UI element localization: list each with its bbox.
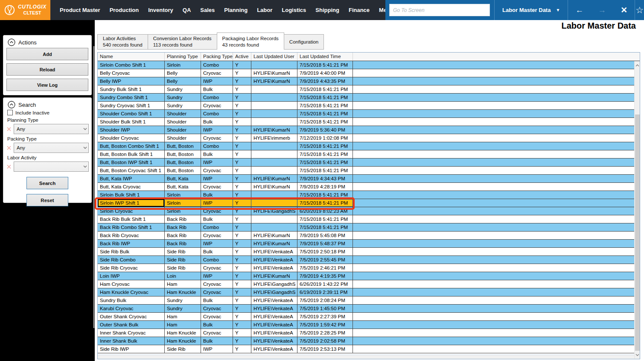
add-button[interactable]: Add bbox=[6, 48, 88, 60]
table-row[interactable]: Butt, Boston Bulk Shift 1Butt, BostonBul… bbox=[98, 150, 634, 158]
table-row[interactable]: Shoulder CryovacShoulderCryovacYHYLIFE\r… bbox=[98, 134, 634, 142]
tab-packaging-labor-records[interactable]: Packaging Labor Records43 records found bbox=[217, 32, 284, 50]
clear-filter-x-icon[interactable]: × bbox=[5, 144, 13, 151]
table-row[interactable]: Back Rib Bulk Shift 1Back RibBulkY7/15/2… bbox=[98, 215, 634, 223]
table-row[interactable]: Side Rib ComboSide RibComboYHYLIFE\Venka… bbox=[98, 256, 634, 264]
table-row[interactable]: Back Rib CryovacBack RibCryovacYHYLIFE\K… bbox=[98, 232, 634, 240]
table-row[interactable]: Sundry BulkSundryBulkYHYLIFE\VenkateA7/5… bbox=[98, 296, 634, 305]
table-row[interactable]: Butt, Kata IWPButt, KataIWPYHYLIFE\Kumar… bbox=[98, 175, 634, 183]
menu-item-labor[interactable]: Labor bbox=[252, 7, 277, 13]
table-row[interactable]: Ham Knuckle CryovacHam KnuckleCryovacYHY… bbox=[98, 288, 634, 296]
tab-conversion-labor-records[interactable]: Conversion Labor Records113 records foun… bbox=[148, 34, 217, 50]
collapse-chevron-up-icon[interactable] bbox=[8, 38, 15, 46]
menu-item-qa[interactable]: QA bbox=[178, 7, 196, 13]
table-row[interactable]: Sirloin Combo Shift 1SirloinComboY7/15/2… bbox=[98, 61, 634, 69]
table-cell: Cryovac bbox=[201, 207, 233, 215]
clear-filter-x-icon[interactable]: × bbox=[5, 126, 13, 132]
forward-arrow-icon[interactable]: → bbox=[591, 6, 613, 15]
table-row[interactable]: Loin IWPLoinIWPYHYLIFE\KumarN7/9/2019 4:… bbox=[98, 272, 634, 280]
clear-filter-x-icon[interactable]: × bbox=[5, 163, 13, 170]
reload-button[interactable]: Reload bbox=[6, 63, 88, 76]
column-header-name[interactable]: Name bbox=[98, 53, 165, 61]
column-header-packing-type[interactable]: Packing Type bbox=[201, 53, 233, 61]
table-row[interactable]: Shoulder IWPShoulderIWPYHYLIFE\KumarN7/9… bbox=[98, 126, 634, 134]
include-inactive-option[interactable]: Include Inactive bbox=[3, 109, 91, 116]
close-icon[interactable]: ✕ bbox=[613, 5, 635, 15]
menu-item-planning[interactable]: Planning bbox=[219, 7, 252, 13]
table-cell: Butt, Boston IWP Shift 1 bbox=[98, 158, 165, 166]
vertical-scrollbar-thumb[interactable] bbox=[635, 114, 640, 351]
menu-item-sales[interactable]: Sales bbox=[195, 7, 219, 13]
sidebar-scrollbar[interactable] bbox=[93, 46, 94, 328]
table-row[interactable]: Butt, Boston IWP Shift 1Butt, BostonIWPY… bbox=[98, 158, 634, 167]
scroll-up-icon[interactable] bbox=[635, 62, 640, 68]
menu-item-product-master[interactable]: Product Master bbox=[55, 7, 105, 13]
table-row[interactable]: Belly IWPBellyIWPYHYLIFE\KumarN7/9/2019 … bbox=[98, 77, 634, 85]
table-cell: Sundry bbox=[165, 94, 201, 101]
table-row[interactable]: Sundry Bulk Shift 1SundryBulkY7/15/2018 … bbox=[98, 85, 634, 94]
table-row[interactable]: Butt, Kata CryovacButt, KataCryovacYHYLI… bbox=[98, 183, 634, 191]
star-favorite-icon[interactable]: ☆ bbox=[635, 5, 644, 15]
table-row[interactable]: Shoulder Bulk Shift 1ShoulderBulkY7/15/2… bbox=[98, 118, 634, 126]
collapse-chevron-up-icon[interactable] bbox=[8, 101, 15, 109]
table-cell: Bulk bbox=[201, 337, 233, 345]
table-row[interactable]: Inner Shank CryovacHam KnuckleCryovacYHY… bbox=[98, 329, 634, 337]
table-row[interactable]: Outer Shank CryovacHamCryovacYHYLIFE\Ven… bbox=[98, 313, 634, 321]
actions-panel-header[interactable]: Actions bbox=[3, 35, 91, 48]
table-cell: 7/15/2018 5:41:21 PM bbox=[297, 167, 353, 174]
table-cell: Sundry Bulk bbox=[98, 296, 165, 304]
back-arrow-icon[interactable]: ← bbox=[568, 6, 591, 15]
reset-button[interactable]: Reset bbox=[26, 194, 68, 206]
table-row[interactable]: Inner Shank BulkHam KnuckleBulkYHYLIFE\V… bbox=[98, 337, 634, 345]
table-row[interactable]: Sundry Cryovac Shift 1SundryCryovacY7/15… bbox=[98, 102, 634, 110]
menu-item-logistics[interactable]: Logistics bbox=[277, 7, 311, 13]
table-cell: Y bbox=[233, 85, 251, 93]
table-row[interactable]: Sirloin CryovacSirloinCryovacYHYLIFE\Gan… bbox=[98, 207, 634, 215]
goto-screen-input[interactable] bbox=[389, 4, 490, 16]
table-row[interactable]: Back Rib IWPBack RibIWPYHYLIFE\KumarN7/9… bbox=[98, 240, 634, 248]
table-cell: Cryovac bbox=[201, 232, 233, 239]
table-row[interactable]: Sirloin IWP Shift 1SirloinIWPY7/15/2018 … bbox=[98, 199, 634, 207]
menu-item-shipping[interactable]: Shipping bbox=[311, 7, 344, 13]
table-row[interactable]: Belly CryovacBellyCryovacYHYLIFE\KumarN7… bbox=[98, 69, 634, 77]
packing-type-label: Packing Type bbox=[3, 135, 91, 143]
menu-item-inventory[interactable]: Inventory bbox=[143, 7, 178, 13]
planning-type-select[interactable]: Any bbox=[14, 124, 89, 134]
tab-labor-activities[interactable]: Labor Activities540 records found bbox=[97, 34, 148, 50]
table-row[interactable]: Side Rib BulkSide RibBulkYHYLIFE\Venkate… bbox=[98, 248, 634, 256]
table-row[interactable]: Ham CryovacHamCryovacYHYLIFE\GangadhS6/2… bbox=[98, 280, 634, 288]
view-log-button[interactable]: View Log bbox=[6, 79, 88, 91]
table-row[interactable]: Side Rib CryovacSide RibCryovacYHYLIFE\V… bbox=[98, 264, 634, 272]
table-row[interactable]: Side Rib IWPSide RibIWPYHYLIFE\VenkateA7… bbox=[98, 345, 634, 353]
packing-type-select[interactable]: Any bbox=[14, 143, 89, 153]
menu-item-finance[interactable]: Finance bbox=[344, 7, 374, 13]
tab-configuration[interactable]: Configuration bbox=[284, 34, 324, 50]
column-header-last-updated-time[interactable]: Last Updated Time bbox=[297, 53, 353, 61]
include-inactive-checkbox[interactable] bbox=[7, 110, 13, 115]
column-header-planning-type[interactable]: Planning Type bbox=[165, 53, 201, 61]
app-logo[interactable]: CUTLOGIX CLTEST bbox=[0, 0, 50, 20]
menu-item-production[interactable]: Production bbox=[105, 7, 144, 13]
labor-activity-select[interactable] bbox=[14, 161, 89, 172]
vertical-scrollbar[interactable] bbox=[634, 61, 640, 359]
table-row[interactable]: Sirloin Bulk Shift 1SirloinBulkY7/15/201… bbox=[98, 191, 634, 199]
table-row[interactable]: Shoulder Combo Shift 1ShoulderComboY7/15… bbox=[98, 110, 634, 118]
search-panel-header[interactable]: Search bbox=[3, 98, 91, 109]
table-cell: Back Rib bbox=[165, 240, 201, 247]
table-row[interactable]: Sundry Combo Shift 1SundryComboY7/15/201… bbox=[98, 94, 634, 102]
table-cell: 6/19/2019 2:39:11 PM bbox=[297, 288, 353, 296]
table-cell: Cryovac bbox=[201, 288, 233, 296]
search-button[interactable]: Search bbox=[26, 177, 68, 189]
screen-selector-dropdown[interactable]: Labor Master Data ▼ bbox=[495, 0, 568, 20]
table-row[interactable]: Outer Shank BulkHamBulkYHYLIFE\VenkateA7… bbox=[98, 321, 634, 329]
horizontal-scrollbar[interactable] bbox=[98, 355, 634, 359]
table-row[interactable]: Karubi CryovacSundryCryovacYHYLIFE\Venka… bbox=[98, 305, 634, 313]
column-header-last-updated-user[interactable]: Last Updated User bbox=[251, 53, 297, 61]
column-header-active[interactable]: Active bbox=[233, 53, 251, 61]
scroll-down-icon[interactable] bbox=[635, 352, 640, 358]
table-row[interactable]: Butt, Boston Combo Shift 1Butt, BostonCo… bbox=[98, 142, 634, 150]
table-cell: Butt, Kata IWP bbox=[98, 175, 165, 182]
table-cell: Belly bbox=[165, 77, 201, 85]
table-row[interactable]: Back Rib Combo Shift 1Back RibComboY7/15… bbox=[98, 223, 634, 232]
table-row[interactable]: Butt, Boston Cryovac Shift 1Butt, Boston… bbox=[98, 167, 634, 175]
